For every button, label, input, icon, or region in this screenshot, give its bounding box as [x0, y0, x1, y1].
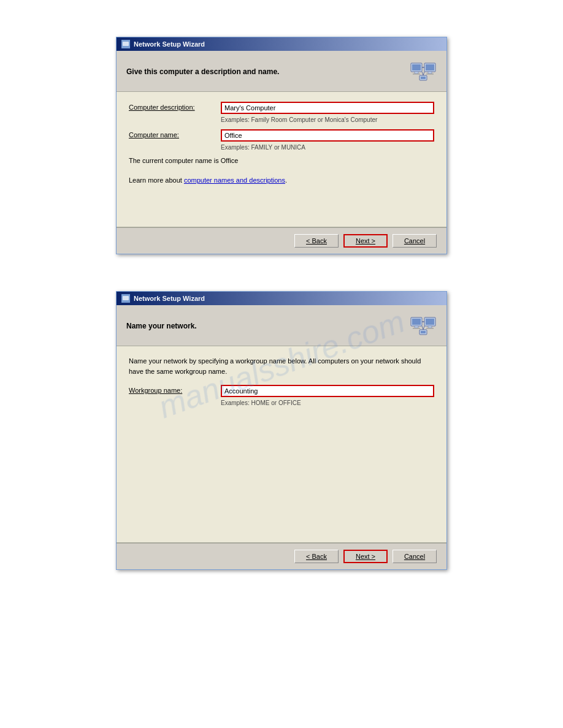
dialog2-footer: < Back Next > Cancel: [117, 543, 446, 569]
dialog2-body: Name your network by specifying a workgr…: [117, 346, 446, 542]
dialog1-titlebar: Network Setup Wizard: [117, 37, 446, 51]
workgroup-name-hint: Examples: HOME or OFFICE: [129, 400, 434, 406]
dialog1-body: Computer description: Examples: Family R…: [117, 92, 446, 227]
svg-rect-3: [412, 64, 421, 70]
svg-rect-19: [415, 326, 418, 328]
current-name-text: The current computer name is Office: [129, 157, 434, 164]
dialog2-next-button[interactable]: Next >: [343, 550, 388, 563]
dialog2-header-icon: [410, 313, 437, 339]
workgroup-name-input-wrapper: [221, 385, 434, 397]
svg-rect-7: [426, 64, 434, 70]
dialog2-body-text: Name your network by specifying a workgr…: [129, 356, 434, 376]
dialog1-title: Network Setup Wizard: [134, 40, 205, 48]
svg-rect-18: [412, 319, 421, 325]
dialog1: Network Setup Wizard Give this computer …: [116, 37, 447, 254]
svg-rect-27: [421, 331, 426, 333]
computer-name-input[interactable]: [221, 129, 434, 142]
learn-more-link[interactable]: computer names and descriptions: [184, 176, 285, 184]
svg-line-14: [423, 72, 424, 75]
computer-description-input[interactable]: [221, 102, 434, 114]
wizard-icon-small2: [121, 294, 130, 303]
network-computers-icon: [410, 58, 437, 85]
computer-name-hint: Examples: FAMILY or MUNICA: [129, 144, 434, 151]
dialog2-header: Name your network.: [117, 305, 446, 346]
computer-description-hint: Examples: Family Room Computer or Monica…: [129, 116, 434, 123]
svg-rect-9: [426, 74, 434, 75]
dialog2-back-button[interactable]: < Back: [294, 550, 339, 563]
svg-rect-22: [426, 319, 434, 325]
svg-rect-12: [421, 77, 426, 79]
network-computers-icon2: [410, 313, 437, 339]
dialog1-header-text: Give this computer a description and nam…: [126, 67, 279, 76]
dialog1-header-icon: [410, 58, 437, 85]
dialog2-header-text: Name your network.: [126, 322, 197, 330]
svg-rect-20: [413, 328, 420, 329]
dialog1-header: Give this computer a description and nam…: [117, 51, 446, 92]
dialog1-back-button[interactable]: < Back: [294, 234, 339, 248]
learn-more-section: Learn more about computer names and desc…: [129, 176, 434, 184]
dialog2: Network Setup Wizard Name your network.: [116, 291, 447, 570]
computer-name-label: Computer name:: [129, 129, 221, 138]
computer-name-row: Computer name:: [129, 129, 434, 142]
svg-line-13: [422, 72, 423, 75]
workgroup-name-row: Workgroup name:: [129, 385, 434, 397]
workgroup-name-input[interactable]: [221, 385, 434, 397]
svg-rect-1: [123, 42, 129, 46]
svg-rect-4: [415, 72, 418, 74]
computer-name-input-wrapper: [221, 129, 434, 142]
svg-rect-16: [123, 296, 129, 300]
dialog2-titlebar: Network Setup Wizard: [117, 292, 446, 305]
svg-rect-8: [428, 72, 432, 74]
dialog2-cancel-button[interactable]: Cancel: [393, 550, 437, 563]
wizard-icon-small: [121, 40, 130, 48]
dialog2-title: Network Setup Wizard: [134, 295, 205, 302]
dialog1-next-button[interactable]: Next >: [343, 234, 388, 248]
svg-line-29: [423, 326, 424, 330]
svg-rect-5: [413, 74, 420, 75]
dialog1-cancel-button[interactable]: Cancel: [393, 234, 437, 248]
svg-rect-23: [428, 326, 432, 328]
workgroup-name-label: Workgroup name:: [129, 385, 221, 394]
computer-description-input-wrapper: [221, 102, 434, 114]
svg-rect-24: [426, 328, 434, 329]
computer-description-label: Computer description:: [129, 102, 221, 111]
svg-line-28: [422, 326, 423, 330]
computer-description-row: Computer description:: [129, 102, 434, 114]
dialog1-footer: < Back Next > Cancel: [117, 227, 446, 254]
